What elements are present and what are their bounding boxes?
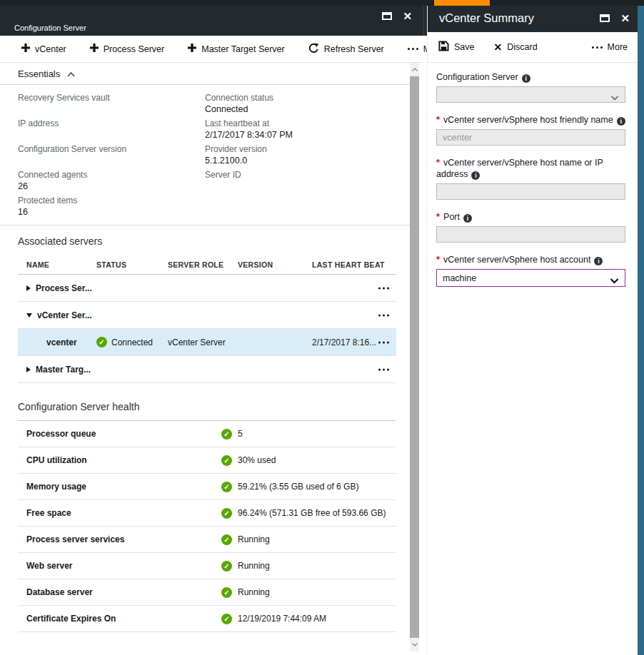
chevron-down-icon [610,276,619,286]
info-icon[interactable]: i [522,74,530,83]
table-row-vcenter-servers[interactable]: vCenter Ser... [18,302,396,329]
essentials-label: Recovery Services vault [18,92,205,103]
essentials-item: Connection status Connected [205,92,293,115]
essentials-label: Server ID [205,169,293,181]
health-label: Web server [18,561,221,571]
health-value: ✓ Running [221,534,270,545]
info-icon[interactable]: i [594,257,603,265]
health-row: Free space ✓ 96.24% (571.31 GB free of 5… [18,500,396,527]
configuration-server-select[interactable] [436,86,625,103]
field-label-text: vCenter server/vSphere host account [443,255,590,265]
field-label-text: vCenter server/vSphere host friendly nam… [443,115,613,125]
table-row-process-servers[interactable]: Process Ser... [18,275,396,302]
port-input[interactable] [436,226,625,243]
more-button[interactable]: More [592,42,628,52]
host-account-select[interactable]: machine [436,269,625,287]
essentials-label: Configuration Server version [18,143,205,155]
add-vcenter-label: vCenter [35,44,66,54]
vcenter-form: Configuration Serveri *vCenter server/vS… [428,63,638,287]
essentials-label: Connection status [205,92,293,103]
health-label: CPU utilization [18,455,221,465]
info-icon[interactable]: i [471,171,480,180]
essentials-right-column: Connection status Connected Last heartbe… [205,92,293,220]
essentials-value: 2/17/2017 8:34:07 PM [205,129,293,141]
essentials-item: IP address [18,118,205,141]
maximize-icon[interactable] [382,12,392,20]
select-value: machine [443,273,476,283]
refresh-icon [308,43,319,56]
table-row-master-target[interactable]: Master Targ... [18,356,396,383]
configuration-server-blade: Configuration Server ✕ vCenter Process S… [0,6,423,655]
scroll-up-icon [412,68,418,71]
more-icon [408,48,418,50]
add-process-server-button[interactable]: Process Server [90,44,164,54]
vertical-scrollbar[interactable] [410,63,419,651]
plus-icon [21,44,30,54]
field-label-text: Port [443,212,460,222]
add-vcenter-button[interactable]: vCenter [21,44,66,54]
health-row: Memory usage ✓ 59.21% (3.55 GB used of 6… [18,474,396,500]
essentials-item: Recovery Services vault [18,92,205,115]
scroll-down-button[interactable] [410,638,419,651]
add-master-target-server-button[interactable]: Master Target Server [188,44,284,54]
check-circle-icon: ✓ [221,587,232,598]
health-value: ✓ 5 [221,429,243,440]
more-icon [592,46,603,49]
health-row: Web server ✓ Running [18,553,396,579]
essentials-value: 26 [18,181,205,192]
server-status-cell: ✓ Connected [96,337,168,347]
blade-header: vCenter Summary ✕ [428,6,638,32]
save-button[interactable]: Save [438,41,475,54]
row-context-menu-icon[interactable] [376,365,392,373]
essentials-item: Last heartbeat at 2/17/2017 8:34:07 PM [205,118,293,141]
essentials-value: Connected [205,103,293,115]
associated-servers-heading: Associated servers [18,235,396,247]
refresh-server-label: Refresh Server [324,44,384,54]
health-label: Certificate Expires On [18,614,221,624]
field-label-text: vCenter server/vSphere host name or IP a… [436,158,603,179]
essentials-item: Protected items 16 [18,195,205,218]
scroll-down-icon [412,643,418,646]
server-status-label: Connected [111,337,153,347]
close-icon[interactable]: ✕ [403,11,412,21]
server-name-cell: vcenter [18,337,96,347]
group-name-label: Process Ser... [36,283,92,293]
check-circle-icon: ✓ [221,482,232,492]
maximize-icon[interactable] [600,14,610,22]
column-header-version: VERSION [238,260,312,269]
check-circle-icon: ✓ [96,337,107,347]
row-context-menu-icon[interactable] [376,284,392,292]
essentials-heading: Essentials [18,68,60,79]
health-value-text: 12/19/2019 7:44:09 AM [238,614,326,624]
health-value-text: Running [238,587,270,597]
scrollbar-thumb[interactable] [410,76,419,638]
triangle-right-icon[interactable] [26,367,31,372]
table-row-vcenter[interactable]: vcenter ✓ Connected vCenter Server 2/17/… [18,329,396,356]
essentials-toggle[interactable]: Essentials [0,63,410,85]
health-value: ✓ 30% used [221,455,276,466]
discard-button[interactable]: ✕ Discard [494,42,538,52]
field-label: Configuration Serveri [436,71,628,83]
close-icon[interactable]: ✕ [620,13,630,24]
refresh-server-button[interactable]: Refresh Server [308,43,384,56]
info-icon[interactable]: i [617,117,625,126]
column-header-server-role: SERVER ROLE [168,260,238,269]
friendly-name-input[interactable] [436,129,625,146]
health-label: Free space [18,508,221,518]
health-label: Memory usage [18,482,221,492]
window-controls: ✕ [600,13,630,24]
health-label: Processor queue [18,429,221,439]
check-circle-icon: ✓ [221,561,232,572]
info-icon[interactable]: i [463,214,472,223]
field-port: *Porti [436,211,628,243]
host-name-or-ip-input[interactable] [436,183,625,200]
scroll-up-button[interactable] [410,63,419,76]
triangle-down-icon[interactable] [26,313,32,318]
required-asterisk: * [436,114,440,125]
essentials-label: Connected agents [18,169,205,181]
row-context-menu-icon[interactable] [376,338,392,346]
group-cell: Master Targ... [18,365,91,375]
row-context-menu-icon[interactable] [376,311,392,319]
triangle-right-icon[interactable] [26,285,31,291]
health-row: Processor queue ✓ 5 [18,421,396,447]
